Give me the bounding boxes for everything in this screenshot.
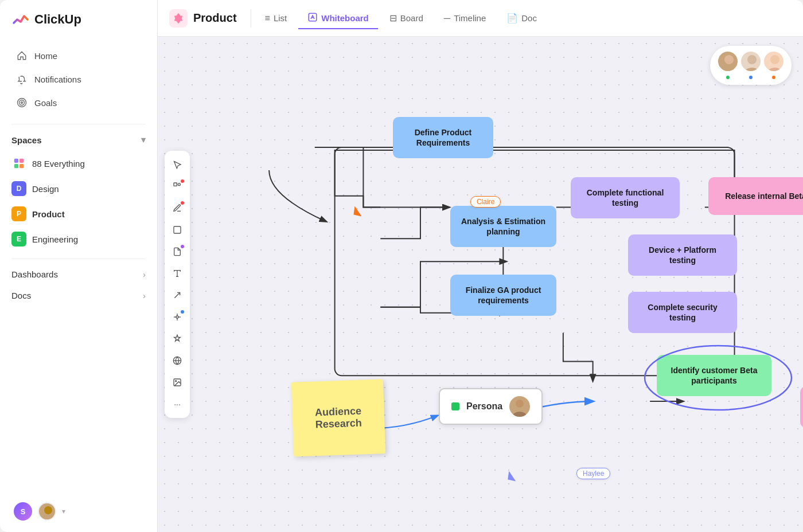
persona-avatar (509, 396, 530, 417)
sidebar-item-home[interactable]: Home (5, 44, 153, 67)
node-functional[interactable]: Complete functional testing (571, 177, 680, 218)
sidebar-item-engineering[interactable]: E Engineering (5, 226, 153, 252)
svg-point-38 (516, 400, 524, 408)
svg-point-15 (767, 68, 783, 72)
docs-chevron-icon: › (143, 291, 146, 300)
svg-point-14 (770, 55, 779, 64)
node-analysis[interactable]: Analysis & Estimation planning (450, 206, 556, 247)
engineering-dot: E (11, 232, 26, 247)
more-tool[interactable]: ··· (168, 395, 186, 413)
tab-list-label: List (274, 13, 287, 23)
sidebar-item-everything[interactable]: 88 Everything (5, 151, 153, 176)
shapes-tool[interactable] (168, 177, 186, 195)
collab-avatar-2 (740, 50, 762, 72)
identify-ellipse (642, 343, 794, 412)
svg-rect-5 (14, 164, 18, 168)
project-title: Product (193, 11, 237, 25)
tab-doc[interactable]: 📄 Doc (497, 8, 546, 28)
dashboards-label: Dashboards (11, 269, 58, 279)
collab-user1 (717, 50, 739, 80)
magic-tool[interactable] (168, 330, 186, 348)
svg-point-7 (44, 506, 52, 514)
whiteboard-label: Whiteboard (321, 13, 369, 23)
design-label: Design (32, 184, 59, 194)
tab-list[interactable]: ≡ List (256, 9, 297, 28)
dashboards-section[interactable]: Dashboards › (0, 264, 157, 285)
collaborator-avatars (710, 46, 792, 85)
mind-map-tool[interactable] (168, 308, 186, 326)
svg-point-22 (176, 316, 178, 318)
cursor-tool[interactable] (168, 155, 186, 174)
tab-timeline[interactable]: ─ Timeline (435, 9, 495, 28)
design-dot: D (11, 181, 26, 196)
image-tool[interactable] (168, 373, 186, 392)
svg-point-30 (176, 381, 177, 382)
user-photo-avatar (38, 502, 56, 521)
rectangle-tool[interactable] (168, 221, 186, 239)
collab-avatar-3 (763, 50, 785, 72)
logo-area: ClickUp (0, 0, 157, 39)
svg-point-0 (18, 99, 26, 107)
spaces-chevron-icon: ▾ (141, 135, 146, 145)
draw-tool[interactable] (168, 199, 186, 217)
sidebar-item-product[interactable]: P Product (5, 201, 153, 226)
node-define-product[interactable]: Define Product Requirements (393, 117, 493, 158)
home-label: Home (34, 51, 57, 61)
sticky-note-label: Audience Research (301, 405, 375, 431)
engineering-label: Engineering (32, 234, 78, 244)
persona-status-dot (451, 402, 459, 410)
svg-point-8 (41, 515, 55, 521)
collab-user2 (740, 50, 762, 80)
svg-line-21 (174, 292, 180, 298)
doc-icon: 📄 (506, 13, 518, 24)
spaces-section-header[interactable]: Spaces ▾ (0, 129, 157, 151)
node-finalize[interactable]: Finalize GA product requirements (450, 275, 556, 316)
svg-point-12 (747, 55, 757, 64)
persona-card[interactable]: Persona (439, 388, 543, 425)
divider-2 (11, 259, 146, 259)
project-title-area: Product (169, 9, 251, 28)
user-profile[interactable]: S ▾ (7, 498, 150, 525)
app-name: ClickUp (34, 12, 81, 27)
cursor-claire: Claire (470, 196, 501, 208)
note-tool[interactable] (168, 242, 186, 261)
tab-board[interactable]: ⊟ Board (380, 8, 432, 28)
user-avatar-s: S (14, 502, 32, 521)
sticky-note-audience[interactable]: Audience Research (291, 379, 385, 457)
tab-timeline-label: Timeline (454, 13, 486, 23)
node-device-platform[interactable]: Device + Platform testing (628, 234, 737, 276)
clickup-logo-icon (11, 10, 30, 29)
goals-label: Goals (34, 98, 57, 108)
svg-point-11 (721, 68, 737, 72)
tab-doc-label: Doc (521, 13, 537, 23)
board-icon: ⊟ (389, 13, 397, 24)
project-icon (169, 9, 188, 28)
docs-section[interactable]: Docs › (0, 285, 157, 306)
collab-indicator-1 (725, 75, 731, 80)
spaces-list: 88 Everything D Design P Product E Engin… (0, 151, 157, 252)
dashboards-chevron-icon: › (143, 269, 146, 279)
home-icon (16, 50, 28, 61)
text-tool[interactable] (168, 264, 186, 283)
globe-tool[interactable] (168, 351, 186, 370)
arrow-tool[interactable] (168, 286, 186, 304)
node-release-internal-beta[interactable]: Release internal Beta (708, 177, 803, 215)
sidebar-item-design[interactable]: D Design (5, 176, 153, 201)
user-area-wrap: S ▾ (0, 491, 157, 532)
node-release-customer-beta[interactable]: Release Beta to customer devices (800, 386, 803, 428)
node-security[interactable]: Complete security testing (628, 292, 737, 333)
collab-user3 (763, 50, 785, 80)
docs-label: Docs (11, 291, 31, 300)
cursor-haylee: Haylee (576, 468, 610, 479)
top-nav: Home Notifications Goals (0, 39, 157, 119)
product-label: Product (32, 209, 65, 219)
whiteboard-canvas[interactable]: ··· (158, 37, 803, 532)
svg-rect-16 (174, 183, 177, 186)
svg-rect-6 (20, 164, 24, 168)
sidebar-item-goals[interactable]: Goals (5, 91, 153, 114)
collab-avatar-1 (717, 50, 739, 72)
sidebar-item-notifications[interactable]: Notifications (5, 68, 153, 91)
svg-marker-35 (353, 206, 361, 217)
tab-whiteboard[interactable]: Whiteboard (298, 7, 378, 29)
timeline-icon: ─ (444, 13, 450, 24)
